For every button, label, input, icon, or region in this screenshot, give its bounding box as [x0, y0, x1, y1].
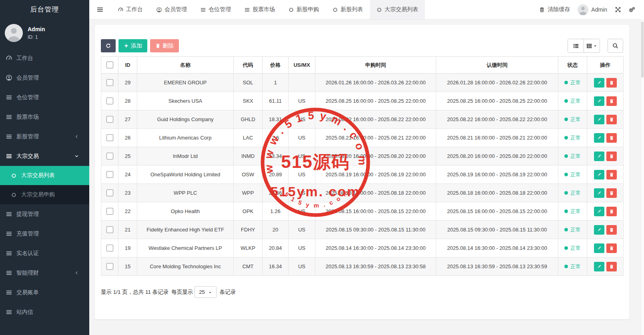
row-delete-button[interactable] [606, 96, 617, 106]
row-checkbox[interactable] [106, 208, 113, 215]
sidebar-item-block-trade-subscribe[interactable]: 大宗交易申购 [0, 185, 89, 204]
list-view-button[interactable] [568, 39, 584, 52]
sidebar-submenu: 大宗交易列表大宗交易申购 [0, 166, 89, 204]
nav-tab-workbench[interactable]: 工作台 [111, 0, 150, 19]
row-checkbox[interactable] [106, 226, 113, 233]
cell-id: 24 [118, 166, 137, 184]
cell-apply-time: 2025.08.15 16:00:00 - 2025.08.15 22:00:0… [315, 202, 436, 221]
row-checkbox[interactable] [106, 79, 113, 86]
trash-icon [155, 43, 160, 48]
row-edit-button[interactable] [594, 225, 604, 235]
sidebar-item-smart-invest[interactable]: 智能理财 [0, 263, 89, 283]
row-checkbox[interactable] [106, 263, 113, 270]
search-button[interactable] [608, 39, 623, 53]
bars-icon [245, 7, 250, 12]
page-size-select[interactable]: 25 [195, 286, 216, 298]
sidebar-item-positions[interactable]: 仓位管理 [0, 88, 89, 107]
add-button[interactable]: 添加 [118, 39, 147, 52]
row-edit-button[interactable] [594, 188, 604, 198]
sidebar-item-members[interactable]: 会员管理 [0, 68, 89, 88]
cell-subscribe-time: 2025.08.18 16:00:00 - 2025.08.18 22:00:0… [436, 184, 558, 202]
row-delete-button[interactable] [606, 188, 617, 198]
row-edit-button[interactable] [594, 207, 604, 216]
cell-name: Fidelity Enhanced High Yield ETF [137, 221, 234, 239]
sidebar-item-site-message[interactable]: 站内信 [0, 302, 89, 322]
sidebar-item-stock-market[interactable]: 股票市场 [0, 107, 89, 127]
status-badge: 正常 [564, 153, 581, 159]
menu-toggle-icon[interactable] [97, 6, 103, 13]
sidebar-item-withdraw[interactable]: 提现管理 [0, 204, 89, 224]
row-delete-button[interactable] [606, 225, 617, 235]
sidebar-item-block-trade[interactable]: 大宗交易 [0, 146, 89, 166]
sidebar-item-ipo-management[interactable]: 新股管理 [0, 127, 89, 146]
tachometer-icon [6, 55, 12, 61]
row-checkbox[interactable] [106, 245, 113, 251]
cell-id: 29 [118, 74, 137, 92]
sidebar-item-deposit[interactable]: 充值管理 [0, 224, 89, 243]
row-checkbox[interactable] [106, 98, 113, 104]
status-badge: 正常 [564, 116, 581, 122]
row-edit-button[interactable] [594, 96, 604, 106]
nav-tab-members[interactable]: 会员管理 [150, 0, 194, 19]
cell-name: Guid Holdings Company [137, 110, 234, 129]
row-edit-button[interactable] [594, 262, 604, 271]
row-delete-button[interactable] [606, 262, 617, 271]
row-checkbox[interactable] [106, 116, 113, 123]
row-edit-button[interactable] [594, 78, 604, 88]
scrollbar-thumb[interactable] [641, 22, 644, 78]
row-edit-button[interactable] [594, 170, 604, 179]
bars-icon [6, 289, 12, 295]
clear-cache-button[interactable]: 清除缓存 [539, 6, 570, 13]
trash-icon [609, 246, 614, 251]
user-panel: Admin ID: 1 [0, 19, 89, 48]
cell-id: 23 [118, 184, 137, 202]
row-delete-button[interactable] [606, 152, 617, 161]
row-delete-button[interactable] [606, 207, 617, 216]
row-delete-button[interactable] [606, 78, 617, 88]
row-edit-button[interactable] [594, 115, 604, 124]
select-all-checkbox[interactable] [106, 62, 113, 68]
row-delete-button[interactable] [606, 170, 617, 179]
row-checkbox[interactable] [106, 171, 113, 178]
cell-apply-time: 2025.08.21 16:00:00 - 2025.08.21 22:00:0… [315, 129, 436, 147]
nav-tab-positions[interactable]: 仓位管理 [194, 0, 238, 19]
navbar-user[interactable]: Admin [578, 4, 607, 15]
sidebar-item-trade-bills[interactable]: 交易账单 [0, 283, 89, 302]
refresh-button[interactable] [101, 39, 116, 52]
col-code: 代码 [234, 57, 263, 74]
row-edit-button[interactable] [594, 152, 604, 161]
scrollbar[interactable] [640, 19, 644, 335]
settings-gears-icon[interactable] [629, 6, 635, 13]
nav-tab-ipo-list[interactable]: 新股列表 [326, 0, 370, 19]
row-delete-button[interactable] [606, 243, 617, 253]
delete-button[interactable]: 删除 [150, 39, 179, 52]
row-edit-button[interactable] [594, 133, 604, 143]
cell-price: 16.34 [263, 257, 289, 276]
cell-apply-time: 2025.08.18 16:00:00 - 2025.08.18 22:00:0… [315, 184, 436, 202]
cell-apply-time: 2025.08.22 16:00:00 - 2025.08.22 22:00:0… [315, 110, 436, 129]
row-checkbox[interactable] [106, 189, 113, 196]
pencil-icon [597, 191, 602, 195]
row-delete-button[interactable] [606, 133, 617, 143]
nav-tab-ipo-subscribe[interactable]: 新股申购 [282, 0, 326, 19]
sidebar-menu: 工作台会员管理仓位管理股票市场新股管理大宗交易大宗交易列表大宗交易申购提现管理充… [0, 48, 89, 322]
row-edit-button[interactable] [594, 243, 604, 253]
trash-icon [609, 99, 614, 104]
pencil-icon [597, 227, 602, 232]
status-dot-icon [564, 191, 568, 195]
col-name: 名称 [137, 57, 234, 74]
nav-tab-block-trade-list[interactable]: 大宗交易列表 [370, 0, 425, 19]
sidebar-item-workbench[interactable]: 工作台 [0, 48, 89, 68]
row-checkbox[interactable] [106, 153, 113, 160]
row-checkbox[interactable] [106, 134, 113, 141]
row-delete-button[interactable] [606, 115, 617, 124]
cell-market: US [289, 221, 315, 239]
nav-tab-stock-market[interactable]: 股票市场 [238, 0, 282, 19]
cell-price: 61.11 [263, 92, 289, 110]
sidebar-item-kyc[interactable]: 实名认证 [0, 243, 89, 263]
sidebar: 后台管理 Admin ID: 1 工作台会员管理仓位管理股票市场新股管理大宗交易… [0, 0, 89, 335]
sidebar-item-block-trade-list[interactable]: 大宗交易列表 [0, 166, 89, 185]
table-row: 23WPP PLCWPP24.66US2025.08.18 16:00:00 -… [101, 184, 624, 202]
fullscreen-icon[interactable] [615, 6, 621, 13]
columns-view-button[interactable] [584, 39, 600, 52]
